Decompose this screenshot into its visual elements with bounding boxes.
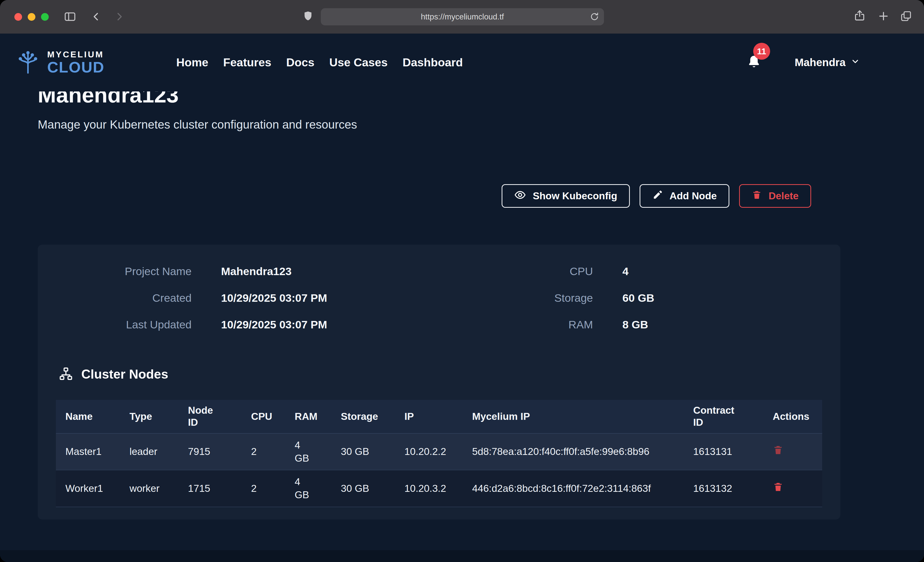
page-footer [0, 550, 924, 562]
created-label: Created [38, 292, 192, 304]
tab-overview-icon[interactable] [900, 10, 912, 22]
close-window-button[interactable] [14, 13, 22, 21]
col-contract-id: Contract ID [684, 400, 763, 433]
nav-home[interactable]: Home [176, 56, 208, 69]
zoom-window-button[interactable] [41, 13, 49, 21]
cell-node-id: 1715 [178, 470, 242, 507]
new-tab-icon[interactable] [878, 10, 890, 22]
cell-node-id: 7915 [178, 433, 242, 470]
cluster-nodes-title: Cluster Nodes [81, 367, 168, 382]
col-name: Name [56, 400, 120, 433]
pencil-icon [652, 190, 663, 203]
info-right-column: CPU 4 Storage 60 GB RAM 8 GB [439, 258, 840, 338]
cell-actions [763, 470, 822, 507]
chevron-down-icon [850, 56, 860, 69]
last-updated-value: 10/29/2025 03:07 PM [221, 318, 439, 331]
cell-actions [763, 433, 822, 470]
reload-icon[interactable] [590, 12, 599, 24]
privacy-shield-icon[interactable] [302, 10, 314, 22]
cell-type: leader [120, 433, 178, 470]
browser-toolbar: https://myceliumcloud.tf [0, 0, 924, 34]
cell-ram: 4 GB [285, 470, 332, 507]
page-body: MYCELIUM CLOUD Home Features Docs Use Ca… [0, 34, 924, 562]
cell-ram: 4 GB [285, 433, 332, 470]
bell-icon [747, 66, 761, 70]
notification-badge: 11 [753, 43, 770, 60]
share-icon[interactable] [854, 9, 866, 21]
url-text: https://myceliumcloud.tf [421, 12, 504, 21]
col-actions: Actions [763, 400, 822, 433]
cell-ip: 10.20.3.2 [395, 470, 463, 507]
col-type: Type [120, 400, 178, 433]
cell-type: worker [120, 470, 178, 507]
created-value: 10/29/2025 03:07 PM [221, 292, 439, 304]
main-nav: Home Features Docs Use Cases Dashboard [176, 56, 463, 69]
cell-cpu: 2 [242, 470, 285, 507]
cpu-value: 4 [622, 265, 840, 278]
cell-cpu: 2 [242, 433, 285, 470]
forward-icon[interactable] [113, 11, 125, 22]
notifications-button[interactable]: 11 [747, 55, 761, 70]
project-name-label: Project Name [38, 265, 192, 278]
col-ip: IP [395, 400, 463, 433]
nav-dashboard[interactable]: Dashboard [403, 56, 463, 69]
cluster-nodes-table: Name Type Node ID CPU RAM Storage IP Myc… [56, 400, 822, 507]
ram-value: 4 GB [295, 439, 315, 465]
info-row-project-name: Project Name Mahendra123 [38, 258, 439, 285]
cell-name: Worker1 [56, 470, 120, 507]
project-name-value: Mahendra123 [221, 265, 439, 278]
cluster-actions: Show Kubeconfig Add Node Delete [38, 184, 811, 208]
nav-use-cases[interactable]: Use Cases [329, 56, 388, 69]
ram-label: RAM [439, 318, 593, 331]
info-row-last-updated: Last Updated 10/29/2025 03:07 PM [38, 311, 439, 338]
cell-name: Master1 [56, 433, 120, 470]
col-ram: RAM [285, 400, 332, 433]
page-subtitle: Manage your Kubernetes cluster configura… [38, 118, 924, 132]
cell-mycelium-ip: 5d8:78ea:a120:f40c:ff0f:a5fe:99e6:8b96 [463, 433, 684, 470]
table-row: Master1 leader 7915 2 4 GB 30 GB 10.20.2… [56, 433, 822, 470]
browser-window: https://myceliumcloud.tf [0, 0, 924, 562]
delete-label: Delete [769, 190, 799, 202]
info-row-created: Created 10/29/2025 03:07 PM [38, 285, 439, 311]
delete-node-button[interactable] [773, 481, 783, 493]
add-node-button[interactable]: Add Node [640, 184, 729, 208]
cell-contract-id: 1613131 [684, 433, 763, 470]
cell-ip: 10.20.2.2 [395, 433, 463, 470]
back-icon[interactable] [90, 11, 102, 22]
brand-line2: CLOUD [47, 60, 104, 75]
site-header: MYCELIUM CLOUD Home Features Docs Use Ca… [0, 34, 924, 91]
last-updated-label: Last Updated [38, 318, 192, 331]
cluster-info-grid: Project Name Mahendra123 Created 10/29/2… [38, 258, 840, 338]
brand-logo[interactable]: MYCELIUM CLOUD [15, 49, 104, 76]
user-menu[interactable]: Mahendra [795, 56, 860, 69]
cell-storage: 30 GB [332, 433, 395, 470]
traffic-lights [14, 13, 49, 21]
nav-features[interactable]: Features [223, 56, 272, 69]
mycelium-ip-value: 446:d2a6:8bcd:8c16:ff0f:72e2:3114:863f [472, 482, 651, 495]
mycelium-tree-icon [15, 49, 41, 76]
add-node-label: Add Node [670, 190, 717, 202]
info-row-storage: Storage 60 GB [439, 285, 840, 311]
sitemap-icon [59, 366, 73, 382]
address-bar[interactable]: https://myceliumcloud.tf [321, 8, 604, 25]
delete-cluster-button[interactable]: Delete [739, 184, 811, 208]
col-storage: Storage [332, 400, 395, 433]
info-row-cpu: CPU 4 [439, 258, 840, 285]
col-cpu: CPU [242, 400, 285, 433]
sidebar-toggle-icon[interactable] [64, 10, 76, 23]
cell-storage: 30 GB [332, 470, 395, 507]
brand-name: MYCELIUM CLOUD [47, 50, 104, 75]
cell-contract-id: 1613132 [684, 470, 763, 507]
col-node-id: Node ID [178, 400, 242, 433]
show-kubeconfig-button[interactable]: Show Kubeconfig [502, 184, 630, 208]
col-mycelium-ip: Mycelium IP [463, 400, 684, 433]
mycelium-ip-value: 5d8:78ea:a120:f40c:ff0f:a5fe:99e6:8b96 [472, 445, 650, 458]
col-node-id-label: Node ID [188, 405, 218, 429]
delete-node-button[interactable] [773, 445, 783, 456]
cluster-summary-card: Project Name Mahendra123 Created 10/29/2… [38, 245, 840, 519]
nav-docs[interactable]: Docs [286, 56, 314, 69]
show-kubeconfig-label: Show Kubeconfig [532, 190, 617, 202]
minimize-window-button[interactable] [28, 13, 35, 21]
cell-mycelium-ip: 446:d2a6:8bcd:8c16:ff0f:72e2:3114:863f [463, 470, 684, 507]
storage-label: Storage [439, 292, 593, 304]
